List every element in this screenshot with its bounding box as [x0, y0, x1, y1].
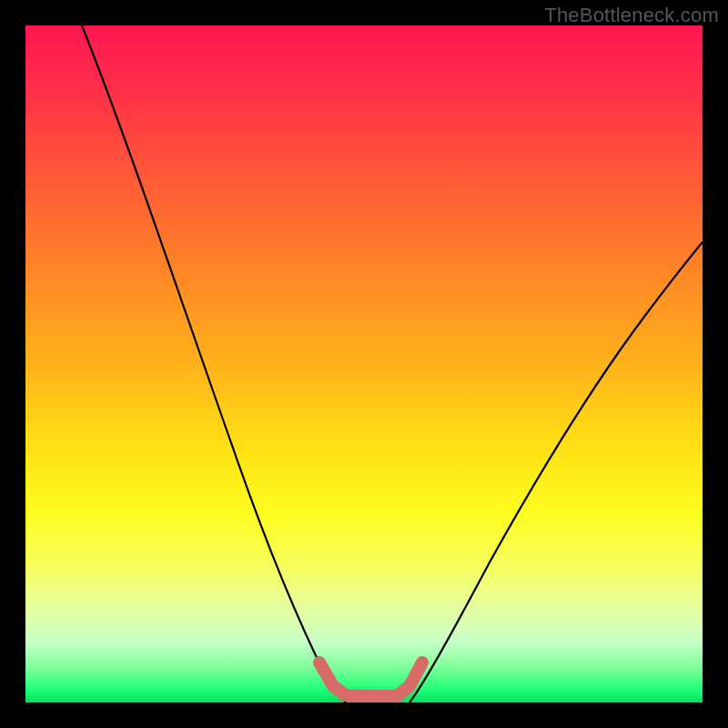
chart-plot-area	[25, 25, 703, 703]
left-curve	[82, 25, 346, 703]
watermark-text: TheBottleneck.com	[544, 4, 719, 27]
right-curve	[410, 242, 703, 703]
chart-svg	[25, 25, 703, 703]
valley-marker	[319, 662, 422, 696]
